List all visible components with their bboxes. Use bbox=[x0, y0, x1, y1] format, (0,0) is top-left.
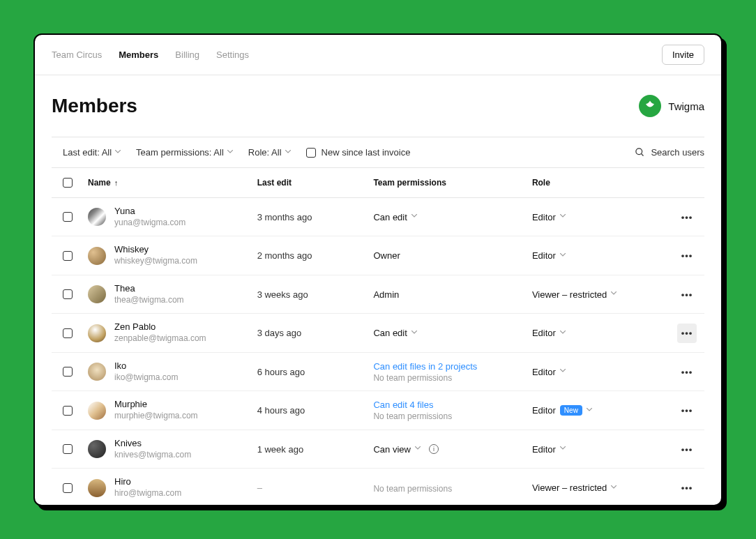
search-icon bbox=[635, 147, 645, 158]
select-all-checkbox[interactable] bbox=[63, 178, 73, 188]
column-permissions-header[interactable]: Team permissions bbox=[373, 178, 531, 188]
filter-role-label: Role: All bbox=[248, 147, 282, 158]
avatar bbox=[88, 208, 106, 226]
permission-cell: Can edit bbox=[373, 212, 531, 222]
permission-subtext: No team permissions bbox=[373, 373, 531, 383]
more-button[interactable]: ••• bbox=[677, 246, 697, 266]
tab-settings[interactable]: Settings bbox=[216, 50, 249, 60]
user-email: whiskey@twigma.com bbox=[114, 256, 197, 267]
search-label: Search users bbox=[651, 147, 704, 158]
actions-cell: ••• bbox=[670, 207, 704, 227]
invite-button[interactable]: Invite bbox=[662, 45, 704, 65]
filter-team-permissions[interactable]: Team permissions: All bbox=[136, 147, 233, 158]
filter-role[interactable]: Role: All bbox=[248, 147, 291, 158]
role-cell: Viewer – restricted bbox=[532, 289, 670, 300]
permission-dropdown[interactable]: Can edit bbox=[373, 328, 531, 338]
more-button[interactable]: ••• bbox=[677, 284, 697, 304]
role-dropdown[interactable]: Viewer – restricted bbox=[532, 483, 617, 493]
row-checkbox[interactable] bbox=[63, 406, 73, 416]
last-edit-cell: 4 hours ago bbox=[257, 405, 374, 416]
role-label: Editor bbox=[532, 367, 556, 377]
more-button[interactable]: ••• bbox=[677, 362, 697, 381]
permission-label: Admin bbox=[373, 289, 399, 300]
role-label: Editor bbox=[532, 212, 556, 222]
team-name: Twigma bbox=[668, 100, 704, 112]
row-checkbox[interactable] bbox=[63, 289, 73, 299]
actions-cell: ••• bbox=[670, 284, 704, 304]
sort-ascending-icon: ↑ bbox=[114, 179, 119, 187]
user-name: Iko bbox=[114, 360, 179, 372]
permission-cell: Admin bbox=[373, 289, 531, 300]
role-label: Editor bbox=[532, 328, 556, 338]
column-name-header[interactable]: Name ↑ bbox=[88, 178, 257, 188]
user-email: zenpable@twigmaa.com bbox=[114, 333, 206, 344]
user-name: Knives bbox=[114, 438, 191, 450]
checkbox[interactable] bbox=[306, 148, 316, 158]
role-dropdown[interactable]: Editor bbox=[532, 250, 566, 261]
chevron-down-icon bbox=[411, 331, 417, 336]
app-window: Team CircusMembersBillingSettings Invite… bbox=[33, 33, 723, 506]
permission-label: Can view bbox=[373, 444, 410, 455]
user-text: Hirohiro@twigma.com bbox=[114, 476, 181, 499]
user-name: Thea bbox=[114, 283, 184, 295]
role-cell: Editor bbox=[532, 212, 670, 222]
avatar bbox=[88, 363, 106, 381]
last-edit-cell: 3 weeks ago bbox=[257, 289, 374, 300]
more-button[interactable]: ••• bbox=[677, 478, 697, 498]
last-edit-cell: – bbox=[257, 483, 374, 493]
row-check bbox=[63, 289, 88, 299]
role-dropdown[interactable]: Editor bbox=[532, 212, 566, 222]
row-checkbox[interactable] bbox=[63, 251, 73, 261]
tab-team-circus[interactable]: Team Circus bbox=[52, 50, 102, 60]
row-checkbox[interactable] bbox=[63, 483, 73, 493]
role-cell: Editor bbox=[532, 250, 670, 261]
table-row: Murphiemurphie@twigma.com4 hours agoCan … bbox=[52, 391, 704, 430]
actions-cell: ••• bbox=[670, 362, 704, 381]
permission-link[interactable]: Can edit files in 2 projects bbox=[373, 361, 531, 372]
info-icon[interactable]: i bbox=[429, 444, 439, 454]
user-cell: Theathea@twigma.com bbox=[88, 283, 257, 305]
user-text: Knivesknives@twigma.com bbox=[114, 438, 191, 460]
permission-dropdown: Owner bbox=[373, 250, 531, 261]
row-check bbox=[63, 251, 88, 261]
avatar bbox=[88, 324, 106, 342]
permission-dropdown[interactable]: Can edit bbox=[373, 212, 531, 222]
search-users[interactable]: Search users bbox=[635, 147, 704, 158]
permission-link[interactable]: Can edit 4 files bbox=[373, 400, 531, 410]
row-checkbox[interactable] bbox=[63, 367, 73, 377]
role-dropdown[interactable]: Editor bbox=[532, 367, 566, 377]
role-label: Viewer – restricted bbox=[532, 483, 607, 493]
more-button[interactable]: ••• bbox=[677, 324, 697, 343]
user-cell: Whiskeywhiskey@twigma.com bbox=[88, 244, 257, 266]
chevron-down-icon bbox=[411, 214, 417, 220]
chevron-down-icon bbox=[415, 446, 421, 452]
team-badge[interactable]: Twigma bbox=[639, 95, 704, 117]
permission-dropdown[interactable]: Can viewi bbox=[373, 444, 531, 455]
filter-new-since-invoice[interactable]: New since last invoice bbox=[306, 147, 411, 158]
last-edit-cell: 3 months ago bbox=[257, 212, 374, 222]
more-button[interactable]: ••• bbox=[677, 207, 697, 227]
user-cell: Zen Pablozenpable@twigmaa.com bbox=[88, 321, 257, 344]
row-checkbox[interactable] bbox=[63, 212, 73, 222]
row-checkbox[interactable] bbox=[63, 328, 73, 338]
role-dropdown[interactable]: Editor bbox=[532, 328, 566, 338]
chevron-down-icon bbox=[115, 150, 121, 155]
actions-cell: ••• bbox=[670, 246, 704, 266]
tab-billing[interactable]: Billing bbox=[175, 50, 199, 60]
table-row: Zen Pablozenpable@twigmaa.com3 days agoC… bbox=[52, 314, 704, 352]
permission-label: Can edit bbox=[373, 328, 407, 338]
more-button[interactable]: ••• bbox=[677, 401, 697, 420]
filter-last-edit[interactable]: Last edit: All bbox=[63, 147, 121, 158]
column-lastedit-header[interactable]: Last edit bbox=[257, 178, 374, 188]
permission-cell: Can edit files in 2 projectsNo team perm… bbox=[373, 361, 531, 383]
row-checkbox[interactable] bbox=[63, 444, 73, 454]
column-role-header[interactable]: Role bbox=[532, 178, 670, 188]
more-button[interactable]: ••• bbox=[677, 439, 697, 459]
role-dropdown[interactable]: Viewer – restricted bbox=[532, 289, 617, 300]
tab-members[interactable]: Members bbox=[119, 50, 158, 60]
permission-label: Owner bbox=[373, 250, 400, 261]
chevron-down-icon bbox=[611, 485, 617, 491]
main-content: Members Twigma Last edit: All Team permi… bbox=[35, 75, 721, 505]
role-dropdown[interactable]: Editor bbox=[532, 444, 566, 455]
role-dropdown[interactable]: EditorNew bbox=[532, 405, 592, 416]
